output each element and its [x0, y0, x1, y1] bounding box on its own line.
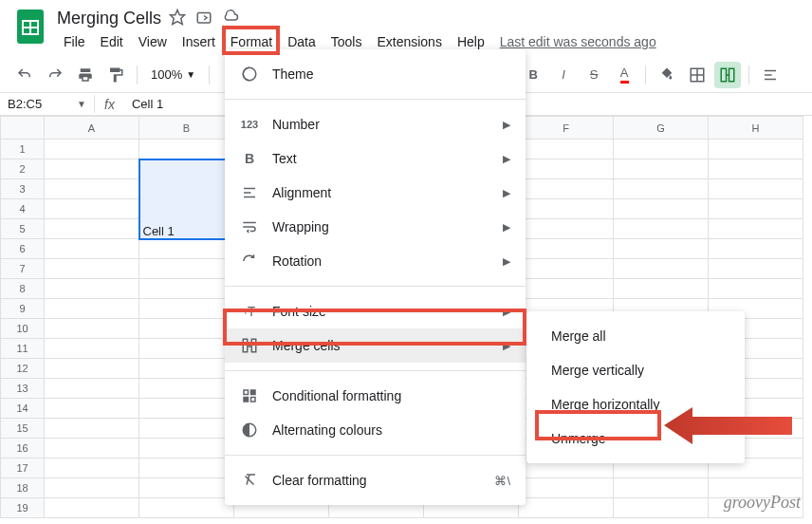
col-header[interactable]: F	[519, 117, 614, 140]
cell[interactable]	[519, 179, 614, 199]
text-color-button[interactable]: A	[611, 62, 637, 88]
cell[interactable]	[45, 359, 139, 379]
row-header[interactable]: 12	[1, 359, 45, 379]
strike-button[interactable]: S	[581, 62, 607, 88]
menu-theme[interactable]: Theme	[225, 57, 526, 91]
cell[interactable]	[139, 478, 234, 498]
menu-view[interactable]: View	[132, 30, 174, 53]
star-icon[interactable]	[169, 9, 186, 28]
menu-alignment[interactable]: Alignment ▶	[225, 176, 526, 210]
cell[interactable]	[45, 498, 139, 518]
cell[interactable]	[709, 239, 803, 259]
row-header[interactable]: 9	[1, 299, 45, 319]
row-header[interactable]: 7	[1, 259, 45, 279]
cell[interactable]	[45, 419, 139, 439]
row-header[interactable]: 17	[1, 458, 45, 478]
cell[interactable]	[139, 339, 234, 359]
menu-wrapping[interactable]: Wrapping ▶	[225, 210, 526, 244]
cell[interactable]	[139, 439, 234, 458]
col-header[interactable]: H	[709, 117, 803, 140]
redo-button[interactable]	[42, 62, 68, 88]
row-header[interactable]: 4	[1, 199, 45, 219]
cell[interactable]	[519, 498, 614, 518]
menu-file[interactable]: File	[57, 30, 92, 53]
cell[interactable]	[45, 399, 139, 419]
menu-insert[interactable]: Insert	[175, 30, 222, 53]
print-button[interactable]	[72, 62, 99, 88]
row-header[interactable]: 13	[1, 379, 45, 399]
menu-clear-formatting[interactable]: Clear formatting ⌘\	[225, 463, 526, 497]
cell[interactable]	[709, 179, 803, 199]
cloud-icon[interactable]	[222, 9, 239, 28]
sheets-logo[interactable]	[11, 8, 49, 46]
cell[interactable]	[614, 199, 709, 219]
cell[interactable]	[519, 478, 614, 498]
row-header[interactable]: 11	[1, 339, 45, 359]
row-header[interactable]: 5	[1, 219, 45, 239]
cell[interactable]	[519, 259, 614, 279]
col-header[interactable]: G	[614, 117, 709, 140]
row-header[interactable]: 6	[1, 239, 45, 259]
row-header[interactable]: 2	[1, 159, 45, 179]
cell[interactable]	[139, 498, 234, 518]
doc-title[interactable]: Merging Cells	[57, 9, 161, 28]
cell[interactable]	[139, 419, 234, 439]
cell[interactable]	[709, 219, 803, 239]
cell[interactable]	[139, 259, 234, 279]
cell[interactable]	[519, 159, 614, 179]
name-box[interactable]: B2:C5 ▼	[0, 95, 95, 113]
menu-number[interactable]: 123 Number ▶	[225, 107, 526, 141]
cell[interactable]	[45, 319, 139, 339]
cell[interactable]	[519, 219, 614, 239]
cell[interactable]	[139, 140, 234, 159]
fill-color-button[interactable]	[654, 62, 680, 88]
cell[interactable]	[45, 140, 139, 159]
cell[interactable]	[45, 339, 139, 359]
submenu-merge-all[interactable]: Merge all	[526, 319, 745, 353]
row-header[interactable]: 18	[1, 478, 45, 498]
row-header[interactable]: 15	[1, 419, 45, 439]
align-button[interactable]	[757, 62, 784, 88]
cell[interactable]	[614, 498, 709, 518]
row-header[interactable]: 8	[1, 279, 45, 299]
cell[interactable]	[614, 140, 709, 159]
cell[interactable]	[45, 299, 139, 319]
cell[interactable]	[139, 319, 234, 339]
cell[interactable]	[45, 379, 139, 399]
cell[interactable]	[139, 239, 234, 259]
menu-edit[interactable]: Edit	[94, 30, 130, 53]
menu-alternating-colours[interactable]: Alternating colours	[225, 413, 526, 447]
cell[interactable]	[614, 259, 709, 279]
cell[interactable]	[709, 140, 803, 159]
merge-button[interactable]	[714, 62, 741, 88]
cell[interactable]	[614, 159, 709, 179]
cell[interactable]	[614, 279, 709, 299]
row-header[interactable]: 1	[1, 140, 45, 159]
cell[interactable]	[139, 379, 234, 399]
cell[interactable]	[614, 219, 709, 239]
cell[interactable]	[45, 478, 139, 498]
move-icon[interactable]	[195, 9, 212, 28]
cell[interactable]	[614, 239, 709, 259]
zoom-select[interactable]: 100% ▼	[145, 64, 201, 85]
cell[interactable]	[519, 199, 614, 219]
menu-font-size[interactable]: тT Font size ▶	[225, 294, 526, 328]
cell[interactable]	[709, 199, 803, 219]
cell[interactable]	[519, 279, 614, 299]
menu-rotation[interactable]: Rotation ▶	[225, 244, 526, 278]
menu-conditional-formatting[interactable]: Conditional formatting	[225, 379, 526, 413]
cell[interactable]	[45, 159, 139, 179]
menu-merge-cells[interactable]: Merge cells ▶	[225, 328, 526, 363]
submenu-merge-vertically[interactable]: Merge vertically	[526, 353, 745, 387]
cell[interactable]	[45, 179, 139, 199]
cell[interactable]	[45, 458, 139, 478]
cell[interactable]	[614, 478, 709, 498]
cell[interactable]	[519, 140, 614, 159]
cell[interactable]	[709, 279, 803, 299]
row-header[interactable]: 16	[1, 439, 45, 458]
cell[interactable]	[139, 359, 234, 379]
cell[interactable]	[45, 259, 139, 279]
col-header[interactable]: B	[139, 117, 234, 140]
row-header[interactable]: 19	[1, 498, 45, 518]
cell[interactable]	[709, 159, 803, 179]
